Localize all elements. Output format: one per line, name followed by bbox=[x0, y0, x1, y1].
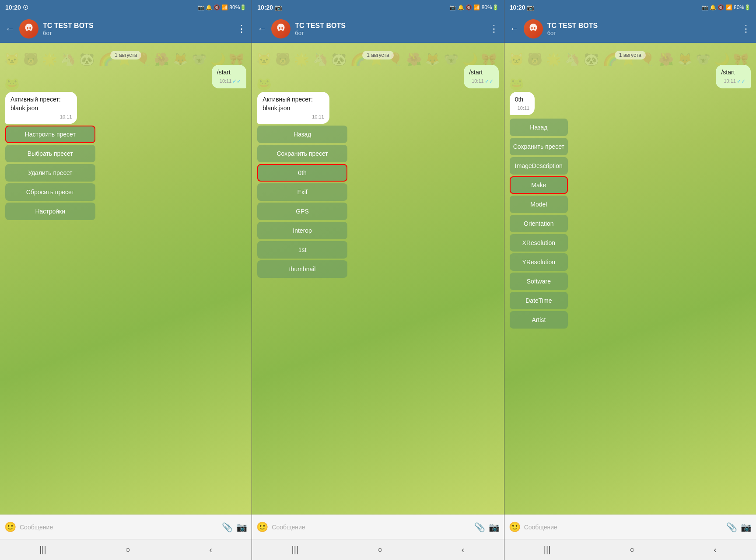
kbd-btn-2-1[interactable]: Сохранить пресет bbox=[257, 145, 347, 162]
camera-btn-2[interactable]: 📷 bbox=[489, 522, 500, 532]
input-field-3[interactable] bbox=[524, 524, 723, 531]
chat-content-1: 1 августа /start 10:11 ✓✓ bbox=[5, 47, 246, 221]
chat-area-3[interactable]: 1 августа /start 10:11 ✓✓ 0th bbox=[504, 43, 756, 514]
attach-btn-2[interactable]: 📎 bbox=[474, 522, 485, 532]
top-bar-info-2: TC TEST BOTS бот bbox=[295, 22, 484, 36]
date-divider-2: 1 августа bbox=[257, 51, 498, 59]
svg-point-1 bbox=[29, 27, 31, 29]
status-time-3: 10:20 📷 bbox=[510, 4, 535, 11]
nav-home-1[interactable]: ○ bbox=[115, 541, 141, 558]
top-bar-3: ← TC TEST BOTS бот ⋮ bbox=[504, 15, 756, 43]
kbd-btn-3-10[interactable]: Artist bbox=[510, 311, 568, 329]
msg-start-2: /start 10:11 ✓✓ bbox=[464, 65, 499, 88]
nav-bar-1: ||| ○ ‹ bbox=[0, 539, 252, 560]
kbd-buttons-3: Назад Сохранить пресет ImageDescription … bbox=[510, 119, 568, 329]
nav-menu-2[interactable]: ||| bbox=[281, 541, 309, 558]
top-bar-1: ← TC TEST BOTS бот ⋮ bbox=[0, 15, 252, 43]
kbd-btn-3-2[interactable]: ImageDescription bbox=[510, 157, 568, 175]
camera-btn-3[interactable]: 📷 bbox=[741, 522, 752, 532]
nav-home-3[interactable]: ○ bbox=[619, 541, 645, 558]
svg-point-2 bbox=[279, 27, 280, 29]
attach-btn-1[interactable]: 📎 bbox=[222, 522, 233, 532]
status-icons-2: 📷 🔔 🔇 📶 80%🔋 bbox=[449, 4, 498, 10]
kbd-btn-3-8[interactable]: Software bbox=[510, 273, 568, 290]
msg-row-start-2: /start 10:11 ✓✓ bbox=[257, 65, 498, 88]
msg-0th: 0th 10:11 bbox=[510, 92, 535, 115]
input-bar-2: 🙂 📎 📷 bbox=[252, 514, 504, 539]
kbd-btn-2-0[interactable]: Назад bbox=[257, 126, 347, 143]
kbd-btn-3-3[interactable]: Make bbox=[510, 176, 568, 194]
kbd-buttons-1: Настроить пресет Выбрать пресет Удалить … bbox=[5, 126, 95, 220]
top-bar-info-1: TC TEST BOTS бот bbox=[43, 22, 232, 36]
kbd-btn-3-4[interactable]: Model bbox=[510, 196, 568, 213]
nav-home-2[interactable]: ○ bbox=[367, 541, 393, 558]
nav-back-2[interactable]: ‹ bbox=[451, 541, 475, 558]
emoji-btn-1[interactable]: 🙂 bbox=[4, 522, 16, 533]
chat-area-1[interactable]: 1 августа /start 10:11 ✓✓ bbox=[0, 43, 252, 514]
kbd-btn-3-9[interactable]: DateTime bbox=[510, 292, 568, 309]
emoji-btn-3[interactable]: 🙂 bbox=[509, 522, 521, 533]
date-divider-3: 1 августа bbox=[510, 51, 751, 59]
camera-btn-1[interactable]: 📷 bbox=[236, 522, 247, 532]
screen-2: 10:20 📷 📷 🔔 🔇 📶 80%🔋 ← TC TEST BOTS бот bbox=[252, 0, 504, 560]
chat-subtitle-1: бот bbox=[43, 30, 232, 36]
avatar-1 bbox=[19, 19, 38, 38]
msg-row-0th: 0th 10:11 bbox=[510, 92, 751, 115]
nav-back-1[interactable]: ‹ bbox=[199, 541, 223, 558]
kbd-btn-1-1[interactable]: Выбрать пресет bbox=[5, 145, 95, 162]
menu-button-1[interactable]: ⋮ bbox=[237, 23, 246, 35]
kbd-btn-2-2[interactable]: 0th bbox=[257, 164, 347, 182]
kbd-btn-2-4[interactable]: GPS bbox=[257, 203, 347, 220]
kbd-btn-3-7[interactable]: YResolution bbox=[510, 253, 568, 271]
kbd-btn-2-7[interactable]: thumbnail bbox=[257, 260, 347, 278]
kbd-btn-1-0[interactable]: Настроить пресет bbox=[5, 126, 95, 143]
chat-subtitle-3: бот bbox=[547, 30, 737, 36]
top-bar-2: ← TC TEST BOTS бот ⋮ bbox=[252, 15, 504, 43]
msg-active-preset-2: Активный пресет: blank.json 10:11 bbox=[257, 92, 329, 124]
avatar-2 bbox=[271, 19, 290, 38]
back-button-2[interactable]: ← bbox=[257, 23, 267, 35]
status-bar-3: 10:20 📷 📷 🔔 🔇 📶 80%🔋 bbox=[504, 0, 756, 15]
kbd-btn-2-6[interactable]: 1st bbox=[257, 241, 347, 259]
nav-menu-3[interactable]: ||| bbox=[533, 541, 561, 558]
top-bar-info-3: TC TEST BOTS бот bbox=[547, 22, 737, 36]
kbd-btn-3-6[interactable]: XResolution bbox=[510, 234, 568, 252]
input-field-1[interactable] bbox=[20, 524, 218, 531]
svg-point-4 bbox=[531, 27, 533, 29]
status-icons-3: 📷 🔔 🔇 📶 80%🔋 bbox=[702, 4, 751, 10]
msg-row-bot-2: Активный пресет: blank.json 10:11 Назад … bbox=[257, 92, 498, 278]
attach-btn-3[interactable]: 📎 bbox=[726, 522, 737, 532]
menu-button-3[interactable]: ⋮ bbox=[741, 23, 751, 35]
chat-area-2[interactable]: 1 августа /start 10:11 ✓✓ Активный пре bbox=[252, 43, 504, 514]
kbd-btn-3-1[interactable]: Сохранить пресет bbox=[510, 138, 568, 155]
kbd-buttons-2: Назад Сохранить пресет 0th Exif GPS Inte… bbox=[257, 126, 347, 278]
back-button-1[interactable]: ← bbox=[5, 23, 15, 35]
nav-bar-2: ||| ○ ‹ bbox=[252, 539, 504, 560]
kbd-btn-3-0[interactable]: Назад bbox=[510, 119, 568, 136]
input-field-2[interactable] bbox=[272, 524, 470, 531]
screen-3: 10:20 📷 📷 🔔 🔇 📶 80%🔋 ← TC TEST BOTS бот bbox=[504, 0, 756, 560]
status-icons-1: 📷 🔔 🔇 📶 80%🔋 bbox=[198, 4, 246, 10]
status-time-1: 10:20 ☉ bbox=[5, 4, 28, 11]
kbd-btn-1-4[interactable]: Настройки bbox=[5, 203, 95, 220]
chat-title-3: TC TEST BOTS bbox=[547, 22, 737, 30]
date-divider-1: 1 августа bbox=[5, 51, 246, 59]
chat-content-2: 1 августа /start 10:11 ✓✓ Активный пре bbox=[257, 47, 498, 279]
emoji-btn-2[interactable]: 🙂 bbox=[256, 522, 268, 533]
nav-back-3[interactable]: ‹ bbox=[703, 541, 727, 558]
back-button-3[interactable]: ← bbox=[510, 23, 519, 35]
menu-button-2[interactable]: ⋮ bbox=[489, 23, 499, 35]
screens-container: 10:20 ☉ 📷 🔔 🔇 📶 80%🔋 ← bbox=[0, 0, 756, 560]
bot-msg-container-3: Назад Сохранить пресет ImageDescription … bbox=[510, 119, 568, 329]
kbd-btn-2-3[interactable]: Exif bbox=[257, 183, 347, 201]
kbd-btn-1-2[interactable]: Удалить пресет bbox=[5, 164, 95, 182]
msg-row-bot-1: Активный пресет: blank.json 10:11 Настро… bbox=[5, 92, 246, 220]
kbd-btn-2-5[interactable]: Interop bbox=[257, 222, 347, 239]
kbd-btn-1-3[interactable]: Сбросить пресет bbox=[5, 183, 95, 201]
msg-active-preset-1: Активный пресет: blank.json 10:11 bbox=[5, 92, 77, 124]
nav-menu-1[interactable]: ||| bbox=[29, 541, 57, 558]
status-bar-1: 10:20 ☉ 📷 🔔 🔇 📶 80%🔋 bbox=[0, 0, 252, 15]
chat-title-1: TC TEST BOTS bbox=[43, 22, 232, 30]
kbd-btn-3-5[interactable]: Orientation bbox=[510, 215, 568, 232]
bot-msg-container-2: Активный пресет: blank.json 10:11 Назад … bbox=[257, 92, 347, 278]
